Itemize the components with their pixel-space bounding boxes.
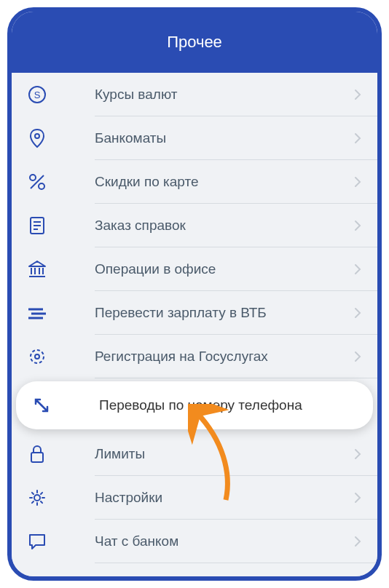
svg-line-5 (31, 175, 44, 188)
menu-item[interactable]: Позвонить в банк (12, 563, 377, 581)
menu-item-label: Настройки (95, 490, 354, 506)
lock-icon (26, 443, 48, 465)
gov-icon (26, 346, 48, 368)
chevron-right-icon (354, 132, 361, 144)
menu-item-label: Лимиты (95, 446, 354, 462)
menu-item-label: Переводы по номеру телефона (99, 397, 357, 413)
transfer-icon (26, 302, 48, 324)
separator (95, 378, 377, 378)
chevron-right-icon (354, 89, 361, 100)
header: Прочее (12, 12, 377, 73)
phone-icon (26, 574, 48, 581)
menu-item[interactable]: Заказ справок (12, 204, 377, 247)
menu-item[interactable]: Операции в офисе (12, 247, 377, 291)
svg-point-4 (39, 183, 44, 189)
svg-point-16 (35, 354, 39, 359)
menu-item[interactable]: Регистрация на Госуслугах (12, 335, 377, 378)
menu-item-label: Позвонить в банк (95, 577, 354, 581)
menu-item[interactable]: Перевести зарплату в ВТБ (12, 291, 377, 335)
chevron-right-icon (354, 448, 361, 460)
bank-icon (26, 258, 48, 280)
chevron-right-icon (354, 492, 361, 504)
menu-item-label: Перевести зарплату в ВТБ (95, 305, 354, 321)
menu-item-label: Чат с банком (95, 533, 354, 549)
chevron-right-icon (354, 579, 361, 581)
chevron-right-icon (354, 307, 361, 319)
svg-point-3 (30, 175, 36, 180)
menu-item[interactable]: Настройки (12, 476, 377, 520)
gear-icon (26, 487, 48, 509)
menu-item-label: Курсы валют (95, 87, 354, 103)
percent-icon (26, 171, 48, 193)
menu-item[interactable]: SКурсы валют (12, 73, 377, 116)
menu-item[interactable]: Переводы по номеру телефона (16, 381, 373, 429)
menu-list: SКурсы валютБанкоматыСкидки по картеЗака… (12, 73, 377, 581)
svg-point-2 (35, 134, 39, 138)
chevron-right-icon (354, 536, 361, 547)
menu-item-label: Скидки по карте (95, 174, 354, 190)
chevron-right-icon (354, 351, 361, 362)
menu-item-label: Заказ справок (95, 218, 354, 234)
menu-item[interactable]: Чат с банком (12, 520, 377, 563)
header-title: Прочее (167, 33, 222, 52)
chevron-right-icon (354, 176, 361, 188)
chevron-right-icon (354, 263, 361, 275)
svg-point-18 (34, 495, 40, 501)
menu-item[interactable]: Банкоматы (12, 116, 377, 160)
menu-item-label: Банкоматы (95, 130, 354, 146)
svg-point-15 (31, 350, 44, 363)
menu-item[interactable]: Скидки по карте (12, 160, 377, 204)
menu-item-label: Операции в офисе (95, 261, 354, 277)
location-icon (26, 127, 48, 149)
currency-icon: S (26, 84, 48, 106)
phone-frame: Прочее SКурсы валютБанкоматыСкидки по ка… (7, 7, 382, 581)
svg-rect-17 (31, 453, 43, 462)
document-icon (26, 215, 48, 237)
menu-item[interactable]: Лимиты (12, 432, 377, 476)
menu-item-label: Регистрация на Госуслугах (95, 349, 354, 365)
chat-icon (26, 531, 48, 552)
arrows-icon (31, 394, 52, 416)
chevron-right-icon (354, 220, 361, 231)
svg-text:S: S (34, 90, 41, 100)
